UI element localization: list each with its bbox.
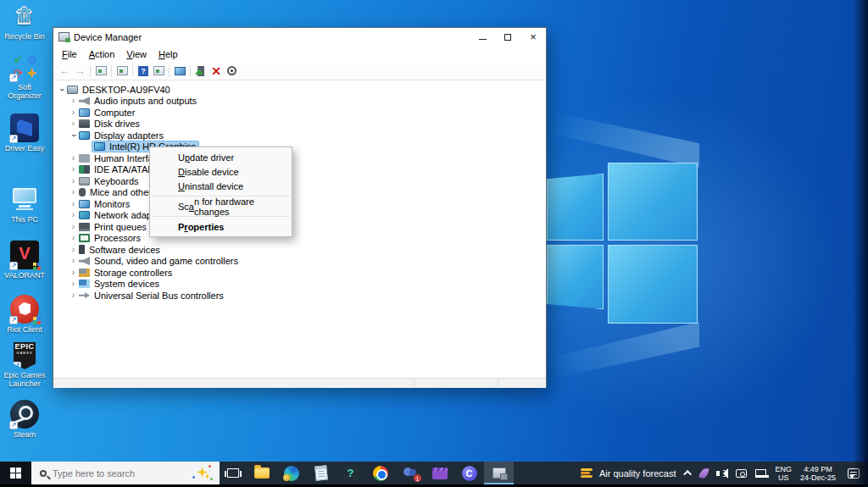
- tree-item-storage-controllers[interactable]: ›Storage controllers: [53, 267, 546, 279]
- minimize-button[interactable]: [470, 28, 495, 46]
- back-icon: ←: [59, 64, 70, 77]
- chevron-right-icon[interactable]: ›: [69, 108, 78, 117]
- context-menu-properties[interactable]: Properties: [150, 219, 292, 234]
- update-driver-icon: [198, 66, 204, 76]
- forward-button[interactable]: →: [72, 64, 87, 78]
- menu-help[interactable]: Help: [153, 47, 184, 61]
- update-driver-button[interactable]: [193, 64, 209, 78]
- chevron-right-icon[interactable]: ›: [69, 234, 78, 242]
- desktop-icon-soft-organizer[interactable]: ✔⚙⟳✚ ↗ Soft Organizer: [2, 53, 47, 100]
- close-button[interactable]: ×: [520, 28, 546, 46]
- back-button[interactable]: ←: [57, 64, 72, 78]
- chevron-right-icon[interactable]: ›: [69, 246, 78, 254]
- taskbar-chrome[interactable]: [365, 462, 395, 484]
- context-menu-uninstall-device[interactable]: Uninstall device: [150, 179, 292, 193]
- tree-item-ide[interactable]: ›IDE ATA/ATAPI controllers: [53, 164, 546, 176]
- start-button[interactable]: [0, 462, 31, 484]
- taskbar-teal-app[interactable]: ?: [336, 462, 365, 484]
- chevron-right-icon[interactable]: ›: [69, 279, 78, 288]
- search-highlights-icon[interactable]: [196, 467, 208, 479]
- taskbar-device-manager[interactable]: [484, 462, 514, 484]
- tree-item-computer[interactable]: ›Computer: [53, 107, 546, 119]
- action-center-icon[interactable]: [848, 468, 860, 479]
- help-button[interactable]: ?: [136, 64, 151, 78]
- tree-item-intel-hd-graphics[interactable]: Intel(R) HD Graphics: [53, 141, 546, 153]
- desktop-icon-steam[interactable]: ↗ Steam: [2, 400, 47, 439]
- shortcut-arrow-icon: ↗: [9, 74, 18, 82]
- tree-item-computer-root[interactable]: ›DESKTOP-AU9FV40: [53, 84, 546, 96]
- uninstall-device-button[interactable]: ✕: [209, 64, 224, 78]
- taskbar-c-app[interactable]: C: [454, 462, 484, 484]
- tree-item-mice[interactable]: ›Mice and other pointing devices: [53, 187, 546, 199]
- context-menu-disable-device[interactable]: Disable device: [150, 164, 292, 179]
- network-icon[interactable]: [755, 469, 766, 478]
- chevron-right-icon[interactable]: ›: [69, 119, 78, 128]
- desktop-icon-driver-easy[interactable]: ↗ Driver Easy: [2, 113, 47, 152]
- taskbar-edge[interactable]: [276, 462, 306, 484]
- context-menu-update-driver[interactable]: Update driver: [150, 150, 292, 164]
- title-bar[interactable]: Device Manager ×: [53, 28, 546, 46]
- tree-item-disk-drives[interactable]: ›Disk drives: [53, 119, 546, 130]
- show-hide-console-tree-button[interactable]: [93, 64, 108, 78]
- taskbar-apps: ? 1 C: [247, 462, 514, 484]
- taskbar-teams[interactable]: 1: [395, 462, 425, 484]
- taskbar-clock[interactable]: 4:49 PM 24-Dec-25: [800, 465, 836, 482]
- meet-now-icon[interactable]: [736, 469, 747, 478]
- tree-item-display-adapters[interactable]: ›Display adapters: [53, 130, 546, 141]
- taskbar-notepad[interactable]: [306, 462, 336, 484]
- tree-item-monitors[interactable]: ›Monitors: [53, 198, 546, 210]
- desktop-icon-recycle-bin[interactable]: 🗑 Recycle Bin: [2, 2, 47, 41]
- chevron-right-icon[interactable]: ›: [69, 165, 78, 174]
- chevron-right-icon[interactable]: ›: [69, 223, 78, 231]
- desktop-icon-epic-games[interactable]: EPIC GAMES ↗ Epic Games Launcher: [2, 337, 47, 388]
- tree-item-sound-controllers[interactable]: ›Sound, video and game controllers: [53, 256, 546, 268]
- news-weather-widget[interactable]: Air quality forecast: [570, 462, 686, 484]
- menu-view[interactable]: View: [120, 47, 153, 61]
- maximize-button[interactable]: [495, 28, 520, 46]
- chevron-right-icon[interactable]: ›: [69, 211, 78, 219]
- search-input[interactable]: [53, 468, 163, 479]
- task-view-button[interactable]: [220, 462, 247, 484]
- hid-icon: [79, 154, 90, 163]
- desktop-icon-riot-client[interactable]: ↗ Riot Client: [2, 295, 47, 334]
- chevron-down-icon[interactable]: ›: [58, 85, 66, 94]
- tree-item-processors[interactable]: ›Processors: [53, 233, 546, 245]
- chevron-right-icon[interactable]: ›: [69, 188, 78, 196]
- chevron-down-icon[interactable]: ›: [70, 130, 78, 140]
- tree-item-hid[interactable]: ›Human Interface Devices: [53, 152, 546, 164]
- tree-item-keyboards[interactable]: ›Keyboards: [53, 175, 546, 187]
- menu-file[interactable]: File: [56, 47, 83, 61]
- tree-item-network-adapters[interactable]: ›Network adapters: [53, 210, 546, 222]
- chevron-right-icon[interactable]: ›: [69, 97, 78, 105]
- chevron-right-icon[interactable]: ›: [69, 177, 78, 185]
- taskbar-search[interactable]: [31, 462, 220, 484]
- taskbar-file-explorer[interactable]: [247, 462, 276, 484]
- tree-item-print-queues[interactable]: ›Print queues: [53, 221, 546, 233]
- steam-icon: ↗: [10, 400, 39, 429]
- context-menu-scan-hardware-changes[interactable]: Scan for hardware changes: [150, 199, 292, 213]
- export-list-button[interactable]: [151, 64, 166, 78]
- chevron-right-icon[interactable]: ›: [69, 200, 78, 208]
- desktop-icon-valorant[interactable]: ↗ VALORANT: [2, 241, 47, 279]
- desktop-icon-this-pc[interactable]: This PC: [2, 185, 47, 224]
- screen-edge-right: [853, 0, 868, 487]
- chevron-right-icon[interactable]: ›: [69, 154, 78, 163]
- menu-action[interactable]: Action: [83, 47, 121, 61]
- tree-item-system-devices[interactable]: ›System devices: [53, 279, 546, 291]
- volume-icon[interactable]: [716, 468, 727, 479]
- menu-bar: File Action View Help: [53, 46, 546, 62]
- scan-hardware-changes-button[interactable]: [224, 64, 239, 78]
- device-tree: ›DESKTOP-AU9FV40 ›Audio inputs and outpu…: [53, 80, 546, 378]
- chevron-right-icon[interactable]: ›: [69, 268, 78, 277]
- tree-item-software-devices[interactable]: ›Software devices: [53, 244, 546, 256]
- tree-item-usb-controllers[interactable]: ›Universal Serial Bus controllers: [53, 290, 546, 302]
- shortcut-arrow-icon: ↗: [9, 262, 18, 270]
- feather-app-icon[interactable]: [699, 467, 710, 479]
- chevron-right-icon[interactable]: ›: [69, 257, 78, 265]
- language-indicator[interactable]: ENG US: [775, 465, 792, 482]
- devices-view-button[interactable]: [172, 64, 187, 78]
- tree-item-audio[interactable]: ›Audio inputs and outputs: [53, 96, 546, 108]
- taskbar-movies-app[interactable]: [425, 462, 454, 484]
- chevron-right-icon[interactable]: ›: [69, 291, 78, 300]
- properties-button[interactable]: [114, 64, 130, 78]
